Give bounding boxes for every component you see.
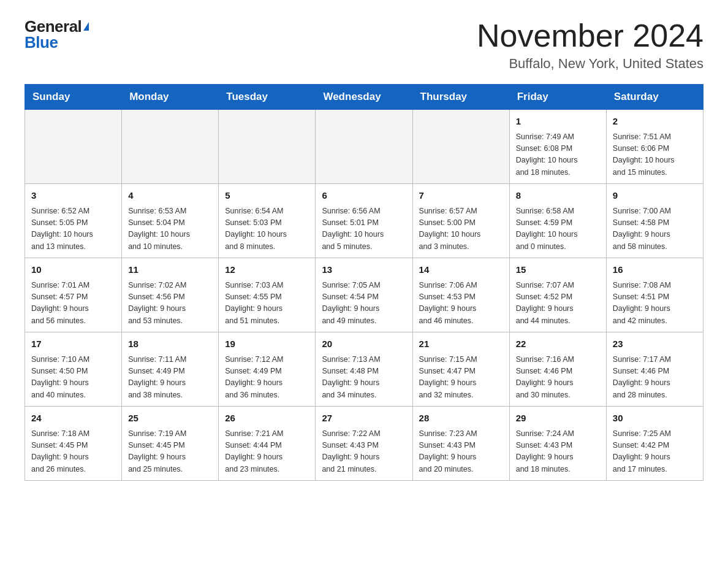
calendar-cell: 21Sunrise: 7:15 AM Sunset: 4:47 PM Dayli… (412, 332, 509, 407)
day-info: Sunrise: 7:06 AM Sunset: 4:53 PM Dayligh… (419, 280, 503, 327)
calendar-cell: 4Sunrise: 6:53 AM Sunset: 5:04 PM Daylig… (122, 184, 219, 258)
calendar-cell (316, 110, 412, 184)
calendar-cell: 23Sunrise: 7:17 AM Sunset: 4:46 PM Dayli… (606, 332, 703, 407)
calendar-cell (412, 110, 509, 184)
calendar-cell: 12Sunrise: 7:03 AM Sunset: 4:55 PM Dayli… (219, 258, 316, 332)
day-info: Sunrise: 7:16 AM Sunset: 4:46 PM Dayligh… (516, 354, 600, 402)
day-number: 7 (419, 189, 503, 203)
col-wednesday: Wednesday (316, 85, 412, 110)
day-info: Sunrise: 7:21 AM Sunset: 4:44 PM Dayligh… (225, 428, 309, 476)
calendar-cell: 30Sunrise: 7:25 AM Sunset: 4:42 PM Dayli… (606, 407, 703, 481)
calendar-week-row: 1Sunrise: 7:49 AM Sunset: 6:08 PM Daylig… (25, 110, 703, 184)
day-info: Sunrise: 7:05 AM Sunset: 4:54 PM Dayligh… (322, 280, 406, 327)
calendar-cell: 9Sunrise: 7:00 AM Sunset: 4:58 PM Daylig… (606, 184, 703, 258)
calendar-cell: 26Sunrise: 7:21 AM Sunset: 4:44 PM Dayli… (219, 407, 316, 481)
calendar-cell: 8Sunrise: 6:58 AM Sunset: 4:59 PM Daylig… (509, 184, 606, 258)
day-number: 10 (31, 263, 115, 277)
calendar-cell: 28Sunrise: 7:23 AM Sunset: 4:43 PM Dayli… (412, 407, 509, 481)
location: Buffalo, New York, United States (477, 56, 703, 72)
day-number: 26 (225, 412, 309, 426)
day-number: 25 (128, 412, 212, 426)
calendar-cell: 3Sunrise: 6:52 AM Sunset: 5:05 PM Daylig… (25, 184, 122, 258)
day-number: 3 (31, 189, 115, 203)
calendar-cell: 10Sunrise: 7:01 AM Sunset: 4:57 PM Dayli… (25, 258, 122, 332)
calendar-cell: 14Sunrise: 7:06 AM Sunset: 4:53 PM Dayli… (412, 258, 509, 332)
day-number: 1 (516, 115, 600, 129)
day-info: Sunrise: 7:25 AM Sunset: 4:42 PM Dayligh… (613, 428, 697, 476)
day-info: Sunrise: 7:51 AM Sunset: 6:06 PM Dayligh… (613, 131, 697, 179)
calendar-cell: 27Sunrise: 7:22 AM Sunset: 4:43 PM Dayli… (316, 407, 412, 481)
day-number: 9 (613, 189, 697, 203)
col-thursday: Thursday (412, 85, 509, 110)
day-info: Sunrise: 6:57 AM Sunset: 5:00 PM Dayligh… (419, 205, 503, 253)
col-monday: Monday (122, 85, 219, 110)
calendar-cell: 25Sunrise: 7:19 AM Sunset: 4:45 PM Dayli… (122, 407, 219, 481)
day-number: 21 (419, 337, 503, 351)
day-info: Sunrise: 7:12 AM Sunset: 4:49 PM Dayligh… (225, 354, 309, 402)
calendar-cell: 6Sunrise: 6:56 AM Sunset: 5:01 PM Daylig… (316, 184, 412, 258)
day-number: 18 (128, 337, 212, 351)
calendar-cell: 7Sunrise: 6:57 AM Sunset: 5:00 PM Daylig… (412, 184, 509, 258)
day-number: 15 (516, 263, 600, 277)
page-header: General Blue November 2024 Buffalo, New … (25, 18, 703, 72)
calendar-cell: 13Sunrise: 7:05 AM Sunset: 4:54 PM Dayli… (316, 258, 412, 332)
day-info: Sunrise: 6:53 AM Sunset: 5:04 PM Dayligh… (128, 205, 212, 253)
calendar-cell: 15Sunrise: 7:07 AM Sunset: 4:52 PM Dayli… (509, 258, 606, 332)
col-sunday: Sunday (25, 85, 122, 110)
day-info: Sunrise: 7:22 AM Sunset: 4:43 PM Dayligh… (322, 428, 406, 476)
calendar-cell: 16Sunrise: 7:08 AM Sunset: 4:51 PM Dayli… (606, 258, 703, 332)
day-info: Sunrise: 7:23 AM Sunset: 4:43 PM Dayligh… (419, 428, 503, 476)
day-info: Sunrise: 7:07 AM Sunset: 4:52 PM Dayligh… (516, 280, 600, 327)
day-info: Sunrise: 6:56 AM Sunset: 5:01 PM Dayligh… (322, 205, 406, 253)
day-number: 5 (225, 189, 309, 203)
col-tuesday: Tuesday (219, 85, 316, 110)
calendar-week-row: 17Sunrise: 7:10 AM Sunset: 4:50 PM Dayli… (25, 332, 703, 407)
day-info: Sunrise: 7:01 AM Sunset: 4:57 PM Dayligh… (31, 280, 115, 327)
calendar-cell: 18Sunrise: 7:11 AM Sunset: 4:49 PM Dayli… (122, 332, 219, 407)
day-number: 20 (322, 337, 406, 351)
calendar-cell: 24Sunrise: 7:18 AM Sunset: 4:45 PM Dayli… (25, 407, 122, 481)
calendar-week-row: 10Sunrise: 7:01 AM Sunset: 4:57 PM Dayli… (25, 258, 703, 332)
day-info: Sunrise: 6:54 AM Sunset: 5:03 PM Dayligh… (225, 205, 309, 253)
day-info: Sunrise: 6:52 AM Sunset: 5:05 PM Dayligh… (31, 205, 115, 253)
day-number: 17 (31, 337, 115, 351)
day-info: Sunrise: 6:58 AM Sunset: 4:59 PM Dayligh… (516, 205, 600, 253)
day-number: 13 (322, 263, 406, 277)
day-info: Sunrise: 7:11 AM Sunset: 4:49 PM Dayligh… (128, 354, 212, 402)
calendar-cell: 22Sunrise: 7:16 AM Sunset: 4:46 PM Dayli… (509, 332, 606, 407)
calendar-cell (25, 110, 122, 184)
logo: General Blue (25, 18, 89, 50)
day-info: Sunrise: 7:10 AM Sunset: 4:50 PM Dayligh… (31, 354, 115, 402)
day-info: Sunrise: 7:02 AM Sunset: 4:56 PM Dayligh… (128, 280, 212, 327)
day-number: 14 (419, 263, 503, 277)
day-number: 19 (225, 337, 309, 351)
day-number: 22 (516, 337, 600, 351)
calendar-table: Sunday Monday Tuesday Wednesday Thursday… (25, 84, 703, 481)
col-friday: Friday (509, 85, 606, 110)
title-block: November 2024 Buffalo, New York, United … (477, 18, 703, 72)
day-info: Sunrise: 7:19 AM Sunset: 4:45 PM Dayligh… (128, 428, 212, 476)
day-number: 11 (128, 263, 212, 277)
calendar-cell: 5Sunrise: 6:54 AM Sunset: 5:03 PM Daylig… (219, 184, 316, 258)
calendar-cell: 11Sunrise: 7:02 AM Sunset: 4:56 PM Dayli… (122, 258, 219, 332)
day-info: Sunrise: 7:00 AM Sunset: 4:58 PM Dayligh… (613, 205, 697, 253)
calendar-cell (219, 110, 316, 184)
col-saturday: Saturday (606, 85, 703, 110)
day-info: Sunrise: 7:15 AM Sunset: 4:47 PM Dayligh… (419, 354, 503, 402)
calendar-week-row: 24Sunrise: 7:18 AM Sunset: 4:45 PM Dayli… (25, 407, 703, 481)
day-info: Sunrise: 7:03 AM Sunset: 4:55 PM Dayligh… (225, 280, 309, 327)
day-number: 4 (128, 189, 212, 203)
day-info: Sunrise: 7:08 AM Sunset: 4:51 PM Dayligh… (613, 280, 697, 327)
day-number: 29 (516, 412, 600, 426)
calendar-cell: 17Sunrise: 7:10 AM Sunset: 4:50 PM Dayli… (25, 332, 122, 407)
day-number: 27 (322, 412, 406, 426)
day-number: 30 (613, 412, 697, 426)
calendar-week-row: 3Sunrise: 6:52 AM Sunset: 5:05 PM Daylig… (25, 184, 703, 258)
logo-blue: Blue (25, 34, 89, 50)
calendar-cell: 1Sunrise: 7:49 AM Sunset: 6:08 PM Daylig… (509, 110, 606, 184)
logo-general: General (25, 18, 89, 34)
day-info: Sunrise: 7:49 AM Sunset: 6:08 PM Dayligh… (516, 131, 600, 179)
day-number: 6 (322, 189, 406, 203)
calendar-cell: 2Sunrise: 7:51 AM Sunset: 6:06 PM Daylig… (606, 110, 703, 184)
day-number: 12 (225, 263, 309, 277)
